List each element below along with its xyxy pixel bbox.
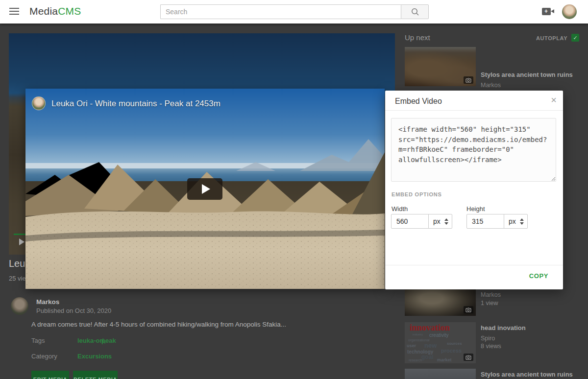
unit-label: px (509, 217, 516, 225)
modal-footer-divider (385, 265, 563, 265)
top-navbar: MediaCMS + (0, 0, 588, 24)
tag-link-peak[interactable]: peak (101, 337, 116, 344)
camera-icon (464, 306, 473, 313)
autoplay-label: AUTOPLAY (536, 35, 567, 41)
up-next-thumbnail-4[interactable] (405, 369, 476, 379)
player-play-icon[interactable] (19, 238, 24, 245)
wordcloud-word: organizational (408, 338, 430, 342)
width-label: Width (392, 205, 408, 213)
embed-video-modal: Embed Video × <iframe width="560" height… (385, 91, 563, 289)
media-description: A dream comes true! After 4-5 hours of c… (31, 321, 345, 328)
video-player[interactable]: Leuka Ori - White mountains - Peak at 24… (25, 89, 385, 289)
height-unit-select[interactable]: px (504, 214, 528, 229)
embed-code-textarea[interactable]: <iframe width="560" height="315" src="ht… (391, 118, 556, 182)
wordcloud-word: goal (421, 354, 434, 360)
up-next-title-4[interactable]: Stylos area ancient town ruins (481, 371, 581, 379)
menu-icon[interactable] (9, 8, 19, 15)
up-next-thumbnail-1[interactable] (405, 47, 476, 86)
user-avatar[interactable] (562, 4, 577, 19)
logo[interactable]: MediaCMS (29, 5, 81, 17)
up-next-title-1[interactable]: Stylos area ancient town ruins (481, 71, 581, 79)
up-next-author-2: Markos (481, 291, 501, 298)
logo-media-text: Media (29, 5, 58, 17)
embed-options-label: EMBED OPTIONS (392, 191, 442, 197)
camera-icon (464, 76, 473, 84)
search-icon (411, 7, 419, 16)
published-date: Published on Oct 30, 2020 (36, 307, 111, 314)
search-input[interactable] (160, 4, 401, 19)
wordcloud-word: process (441, 348, 462, 354)
up-next-author-3: Spiro (481, 335, 495, 342)
wordcloud-word: creativity (429, 332, 448, 338)
logo-cms-text: CMS (58, 5, 81, 17)
big-play-button[interactable] (187, 178, 222, 200)
wordcloud-word: innovation (410, 323, 450, 333)
delete-media-button[interactable]: DELETE MEDIA (73, 371, 118, 379)
wordcloud-word: user (407, 343, 416, 348)
tags-label: Tags (31, 337, 45, 344)
unit-label: px (433, 217, 441, 225)
author-avatar[interactable] (11, 297, 28, 315)
autoplay-checkbox[interactable]: ✓ (571, 34, 579, 42)
height-input[interactable] (466, 214, 504, 229)
wordcloud-word: new (424, 342, 437, 349)
upload-media-icon[interactable]: + (542, 7, 555, 16)
wordcloud-word: sources (447, 341, 462, 346)
modal-title: Embed Video (395, 97, 442, 106)
spinner-arrows-icon (520, 218, 524, 225)
width-input[interactable] (391, 214, 429, 229)
copy-button[interactable]: COPY (529, 272, 548, 280)
close-icon[interactable]: × (551, 95, 557, 105)
wordcloud-word: research (409, 358, 422, 362)
wordcloud-word: market (437, 357, 452, 362)
width-unit-select[interactable]: px (428, 214, 452, 229)
category-link[interactable]: Excursions (77, 353, 112, 360)
wordcloud-word: industry (413, 333, 423, 336)
mediacms-app: MediaCMS + Leuka Ori - White mountains -… (0, 0, 588, 379)
up-next-heading: Up next (405, 33, 430, 42)
edit-media-button[interactable]: EDIT MEDIA (31, 371, 69, 379)
category-label: Category (31, 353, 57, 360)
up-next-views-3: 8 views (481, 343, 501, 350)
up-next-thumbnail-3[interactable]: innovation industry creativity organizat… (405, 322, 476, 363)
search-button[interactable] (401, 4, 429, 19)
height-label: Height (466, 205, 485, 213)
video-author-avatar (32, 96, 46, 110)
spinner-arrows-icon (444, 218, 448, 225)
modal-divider (385, 110, 563, 111)
up-next-title-3[interactable]: head inovation (481, 324, 581, 332)
camera-icon (464, 354, 473, 361)
up-next-views-2: 1 view (481, 300, 498, 307)
video-overlay-title: Leuka Ori - White mountains - Peak at 24… (51, 99, 220, 109)
up-next-author-1: Markos (481, 82, 501, 89)
author-name[interactable]: Markos (36, 298, 59, 306)
